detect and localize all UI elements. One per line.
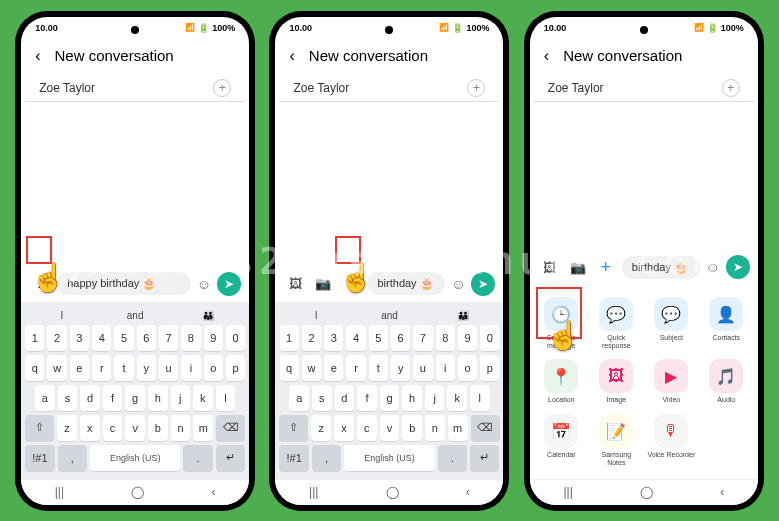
space-key[interactable]: English (US) [90, 445, 180, 471]
recents-icon[interactable]: ||| [55, 485, 64, 499]
key[interactable]: w [302, 355, 321, 381]
key[interactable]: h [148, 385, 168, 411]
key[interactable]: h [402, 385, 422, 411]
key[interactable]: n [171, 415, 191, 441]
key[interactable]: k [447, 385, 467, 411]
key[interactable]: f [103, 385, 123, 411]
key[interactable]: 8 [181, 325, 200, 351]
key[interactable]: 1 [280, 325, 299, 351]
recipient-field[interactable]: Zoe Taylor + [534, 73, 754, 102]
attach-item-quick-response[interactable]: 💬Quick response [589, 293, 644, 353]
key[interactable]: j [425, 385, 445, 411]
gallery-icon[interactable]: 🖼 [285, 274, 305, 294]
shift-key[interactable]: ⇧ [25, 415, 54, 441]
compose-input[interactable]: birthday 🎂 [622, 256, 700, 279]
send-button[interactable]: ➤ [471, 272, 495, 296]
key[interactable]: f [357, 385, 377, 411]
attach-item-subject[interactable]: 💬Subject [644, 293, 699, 353]
key[interactable]: b [402, 415, 422, 441]
suggestion-row[interactable]: I and 👪 [25, 306, 245, 325]
key[interactable]: 3 [70, 325, 89, 351]
key[interactable]: 7 [413, 325, 432, 351]
key[interactable]: x [334, 415, 354, 441]
period-key[interactable]: . [183, 445, 212, 471]
emoji-icon[interactable]: ☺ [706, 259, 720, 275]
key[interactable]: y [137, 355, 156, 381]
key[interactable]: j [171, 385, 191, 411]
suggestion[interactable]: 👪 [426, 310, 499, 321]
symbol-key[interactable]: !#1 [25, 445, 54, 471]
shift-key[interactable]: ⇧ [279, 415, 308, 441]
key[interactable]: b [148, 415, 168, 441]
key[interactable]: 4 [92, 325, 111, 351]
back-icon[interactable]: ‹ [289, 47, 294, 65]
home-icon[interactable]: ◯ [386, 485, 399, 499]
camera-icon[interactable]: 📷 [568, 257, 588, 277]
attach-item-image[interactable]: 🖼Image [589, 355, 644, 408]
key[interactable]: y [391, 355, 410, 381]
attach-item-audio[interactable]: 🎵Audio [699, 355, 754, 408]
backspace-key[interactable]: ⌫ [471, 415, 500, 441]
suggestion[interactable]: I [279, 310, 352, 321]
attach-item-samsung-notes[interactable]: 📝Samsung Notes [589, 410, 644, 470]
key[interactable]: 6 [137, 325, 156, 351]
enter-key[interactable]: ↵ [470, 445, 499, 471]
key[interactable]: z [57, 415, 77, 441]
recipient-field[interactable]: Zoe Taylor + [25, 73, 245, 102]
suggestion-row[interactable]: I and 👪 [279, 306, 499, 325]
key[interactable]: t [369, 355, 388, 381]
key[interactable]: 0 [226, 325, 245, 351]
key[interactable]: g [380, 385, 400, 411]
comma-key[interactable]: , [312, 445, 341, 471]
back-nav-icon[interactable]: ‹ [212, 485, 216, 499]
key[interactable]: w [47, 355, 66, 381]
key[interactable]: q [25, 355, 44, 381]
key[interactable]: q [280, 355, 299, 381]
key[interactable]: a [35, 385, 55, 411]
suggestion[interactable]: 👪 [172, 310, 245, 321]
suggestion[interactable]: and [98, 310, 171, 321]
recipient-field[interactable]: Zoe Taylor + [279, 73, 499, 102]
enter-key[interactable]: ↵ [216, 445, 245, 471]
key[interactable]: i [436, 355, 455, 381]
key[interactable]: r [346, 355, 365, 381]
key[interactable]: p [480, 355, 499, 381]
send-button[interactable]: ➤ [217, 272, 241, 296]
add-recipient-icon[interactable]: + [722, 79, 740, 97]
key[interactable]: 5 [369, 325, 388, 351]
recents-icon[interactable]: ||| [563, 485, 572, 499]
keyboard[interactable]: I and 👪 1234567890 qwertyuiop asdfghjkl … [275, 302, 503, 479]
key[interactable]: 2 [47, 325, 66, 351]
compose-input[interactable]: birthday 🎂 [367, 272, 445, 295]
key[interactable]: 6 [391, 325, 410, 351]
key[interactable]: k [193, 385, 213, 411]
key[interactable]: m [193, 415, 213, 441]
emoji-icon[interactable]: ☺ [451, 276, 465, 292]
key[interactable]: 4 [346, 325, 365, 351]
recents-icon[interactable]: ||| [309, 485, 318, 499]
key[interactable]: l [470, 385, 490, 411]
key[interactable]: o [204, 355, 223, 381]
back-nav-icon[interactable]: ‹ [720, 485, 724, 499]
emoji-icon[interactable]: ☺ [197, 276, 211, 292]
comma-key[interactable]: , [58, 445, 87, 471]
suggestion[interactable]: I [25, 310, 98, 321]
key[interactable]: p [226, 355, 245, 381]
attach-item-calendar[interactable]: 📅Calendar [534, 410, 589, 470]
key[interactable]: g [125, 385, 145, 411]
add-recipient-icon[interactable]: + [467, 79, 485, 97]
key[interactable]: r [92, 355, 111, 381]
suggestion[interactable]: and [353, 310, 426, 321]
key[interactable]: d [335, 385, 355, 411]
key[interactable]: c [357, 415, 377, 441]
key[interactable]: 3 [324, 325, 343, 351]
home-icon[interactable]: ◯ [640, 485, 653, 499]
attach-item-location[interactable]: 📍Location [534, 355, 589, 408]
key[interactable]: 8 [436, 325, 455, 351]
space-key[interactable]: English (US) [344, 445, 434, 471]
key[interactable]: 0 [480, 325, 499, 351]
key[interactable]: v [380, 415, 400, 441]
symbol-key[interactable]: !#1 [279, 445, 308, 471]
key[interactable]: 9 [204, 325, 223, 351]
key[interactable]: n [425, 415, 445, 441]
